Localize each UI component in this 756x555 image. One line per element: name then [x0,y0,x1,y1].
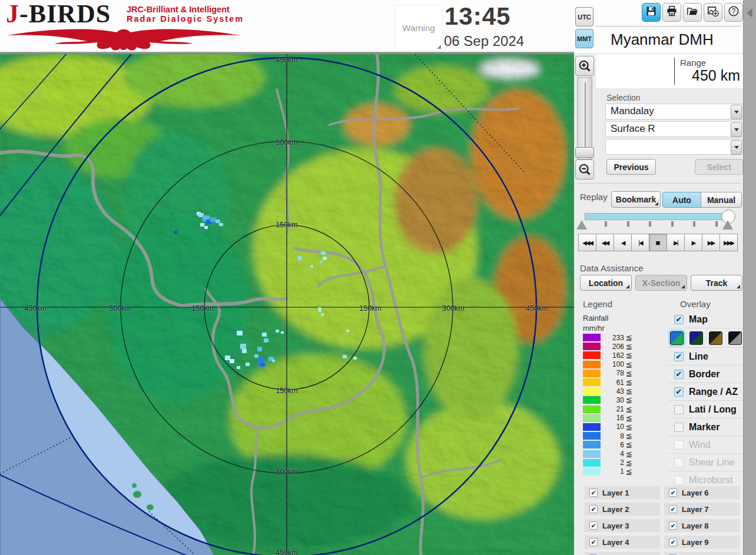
checkbox[interactable] [674,440,684,450]
legend-value: 78 [601,369,626,377]
divider [595,26,742,26]
previous-button[interactable]: Previous [606,159,656,175]
timezone-button-utc[interactable]: UTC [575,7,593,26]
less-equal-symbol: ≦ [626,387,632,396]
slider-start-marker[interactable] [576,220,587,230]
checkbox[interactable]: ✔ [669,538,677,546]
legend-color-swatch [583,468,601,476]
help-button[interactable]: ? [724,3,743,22]
overlay-item-line[interactable]: ✔Line [668,347,743,365]
playback-controls: ◀◀◀◀◀◀|◀■▶|▶▶▶▶▶▶ [579,234,738,251]
radar-map-canvas[interactable]: 450km300km150km150km300km450km450km300km… [0,53,574,555]
overlay-item-label: Range / AZ [689,387,738,397]
range-value: 450 km [692,67,740,84]
checkbox[interactable] [674,476,684,485]
layer-toggle-layer-7[interactable]: ✔Layer 7 [664,503,740,516]
map-style-blue-green[interactable] [670,331,684,345]
track-button[interactable]: Track [691,275,742,291]
fastest-forward-button[interactable]: ▶▶▶ [719,234,738,251]
checkbox[interactable]: ✔ [674,370,684,379]
fast-rewind-button[interactable]: ◀◀ [596,234,614,251]
manual-button[interactable]: Manual [701,192,742,208]
overlay-item-label: Wind [689,440,710,450]
zoom-slider-thumb[interactable] [575,147,594,158]
layer-toggle-layer-5[interactable]: ✔Layer 5 [585,552,660,555]
map-style-dark-olive[interactable] [709,331,722,345]
legend-entry: 61≦ [583,378,651,387]
checkbox[interactable]: ✔ [674,387,684,397]
dropdown-arrow-button[interactable] [731,140,742,155]
overlay-item-map[interactable]: ✔Map [668,311,743,328]
checkbox[interactable] [674,458,684,467]
panel-collapse-strip[interactable] [743,0,756,555]
auto-button[interactable]: Auto [662,192,701,208]
layer-toggle-layer-3[interactable]: ✔Layer 3 [585,519,660,532]
checkbox[interactable]: ✔ [589,521,598,530]
layer-toggle-layer-8[interactable]: ✔Layer 8 [664,519,740,532]
overlay-item-label: Shear Line [689,457,734,468]
overlay-item-range-az[interactable]: ✔Range / AZ [668,383,743,400]
slider-end-marker[interactable] [722,220,733,230]
checkbox[interactable] [674,423,684,432]
legend-color-swatch [583,351,601,359]
step-back-button[interactable]: |◀ [631,234,649,251]
checkbox[interactable]: ✔ [674,315,684,324]
selection-dropdown-1[interactable]: Mandalay [605,104,743,119]
layer-toggle-layer-10[interactable]: ✔Layer 10 [664,552,740,555]
overlay-item-border[interactable]: ✔Border [668,365,743,383]
overlay-item-label: Lati / Long [689,404,737,415]
checkbox[interactable]: ✔ [669,521,677,530]
overlay-item-marker[interactable]: Marker [668,418,743,436]
rain-echo-cell [310,265,313,268]
export-image-button[interactable] [704,3,722,22]
checkbox[interactable]: ✔ [669,505,677,513]
less-equal-symbol: ≦ [626,396,632,404]
data-assistance-label: Data Assistance [580,263,644,273]
overlay-item-lati-long[interactable]: Lati / Long [668,400,743,418]
layer-toggle-layer-9[interactable]: ✔Layer 9 [664,536,740,549]
bookmark-button[interactable]: Bookmark [611,191,661,208]
checkbox[interactable]: ✔ [589,505,598,513]
dropdown-arrow-button[interactable] [731,105,742,119]
step-forward-button[interactable]: ▶| [667,234,685,251]
open-folder-button[interactable] [683,3,702,22]
select-button[interactable]: Select [695,159,743,175]
less-equal-symbol: ≦ [626,378,632,387]
layer-toggle-layer-6[interactable]: ✔Layer 6 [664,486,740,499]
stop-button[interactable]: ■ [649,234,667,251]
checkbox[interactable]: ✔ [589,538,598,546]
zoom-in-button[interactable] [575,56,594,76]
map-style-navy-darkgreen[interactable] [689,331,703,345]
play-reverse-button[interactable]: ◀ [614,234,632,251]
overlay-item-wind[interactable]: Wind [668,436,743,453]
checkbox[interactable]: ✔ [669,488,677,497]
legend-color-swatch [583,378,601,386]
save-button[interactable] [642,3,661,22]
fastest-rewind-button[interactable]: ◀◀◀ [578,234,596,251]
map-style-black-gray[interactable] [728,331,742,345]
warning-button[interactable]: Warning [394,5,443,51]
location-button[interactable]: Location [580,275,632,291]
replay-timeline-slider[interactable] [585,213,730,220]
layer-toggle-layer-4[interactable]: ✔Layer 4 [585,536,660,549]
selection-dropdown-2[interactable]: Surface R [605,121,743,137]
checkbox[interactable]: ✔ [589,488,598,497]
play-button[interactable]: ▶ [684,234,702,251]
timezone-button-mmt[interactable]: MMT [575,29,593,48]
layer-toggle-layer-1[interactable]: ✔Layer 1 [585,486,660,499]
fast-forward-button[interactable]: ▶▶ [702,234,720,251]
dropdown-arrow-button[interactable] [731,122,742,137]
range-ring-label: 150km [191,304,214,313]
collapse-arrow-icon [747,8,752,18]
layer-toggle-layer-2[interactable]: ✔Layer 2 [585,503,660,516]
zoom-out-button[interactable] [575,159,594,180]
rain-echo-cell [237,331,243,335]
selection-dropdown-3[interactable] [605,139,743,155]
overlay-item-label: Map [689,314,708,325]
x-section-button[interactable]: X-Section [635,275,687,291]
checkbox[interactable] [674,405,684,414]
less-equal-symbol: ≦ [626,360,632,369]
overlay-item-shear-line[interactable]: Shear Line [668,453,743,471]
checkbox[interactable]: ✔ [674,352,684,361]
print-button[interactable] [662,3,681,22]
